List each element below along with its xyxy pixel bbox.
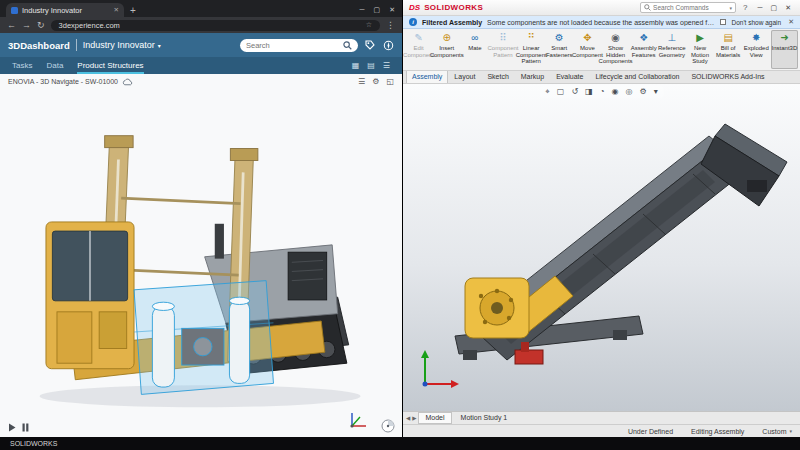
compass-icon[interactable] [382, 39, 394, 51]
zoom-area-icon[interactable]: ▢ [557, 87, 565, 97]
search-input[interactable] [246, 41, 340, 50]
ribbon-assembly-features-button[interactable]: ❖Assembly Features [630, 30, 657, 69]
component-pattern-icon: ⠿ [499, 32, 506, 44]
nav-tab-data[interactable]: Data [46, 57, 63, 74]
cm-tab-sketch[interactable]: Sketch [481, 71, 514, 83]
view-settings-icon[interactable]: ▾ [654, 87, 658, 97]
dont-show-again-label: Don't show again [731, 19, 781, 26]
sw-graphics-area[interactable]: ⌖▢↺◨◔◉◎⚙▾ [403, 84, 800, 411]
expand-icon[interactable]: ◱ [386, 77, 394, 86]
close-icon[interactable]: ✕ [785, 4, 791, 12]
view-orientation-icon[interactable]: ◔ [600, 87, 605, 97]
ribbon-instant3d-label: Instant3D [771, 44, 799, 52]
cm-tab-solidworks-add-ins[interactable]: SOLIDWORKS Add-Ins [685, 71, 770, 83]
brand-3ddashboard[interactable]: 3DDashboard [8, 40, 70, 51]
ribbon-linear-component-pattern-button[interactable]: ⠛Linear Component Pattern [518, 30, 545, 69]
bookmark-star-icon[interactable]: ☆ [366, 21, 372, 29]
ribbon-insert-components-button[interactable]: ⊕Insert Components [433, 30, 460, 69]
cm-tab-layout[interactable]: Layout [448, 71, 481, 83]
mate-icon: ∞ [471, 32, 478, 44]
cloud-icon [122, 78, 133, 86]
tabs-scroll-left-icon[interactable]: ◀ [406, 415, 410, 421]
list-icon[interactable]: ☰ [358, 77, 365, 86]
chevron-down-icon: ▾ [789, 428, 792, 434]
play-icon[interactable] [8, 423, 16, 432]
grid-view-icon[interactable]: ▦ [352, 61, 360, 70]
dashboard-title[interactable]: Industry Innovator ▾ [83, 40, 161, 50]
ribbon-mate-button[interactable]: ∞Mate [461, 30, 488, 69]
settings-icon[interactable]: ⚙ [372, 77, 379, 86]
browser-window-controls: ─ ▢ ✕ [360, 6, 402, 17]
tab-title: Industry Innovator [22, 6, 110, 15]
chevron-down-icon[interactable]: ▾ [730, 5, 733, 11]
ribbon-linear-component-pattern-label: Linear Component Pattern [515, 44, 548, 64]
sw-command-search[interactable]: ▾ [640, 2, 736, 13]
dashboard-search[interactable] [240, 39, 358, 52]
solidworks-window: DS SOLIDWORKS ▾ ? ─ ▢ ✕ i Filtered Assem… [403, 0, 800, 437]
tab-close-icon[interactable]: ✕ [114, 6, 119, 14]
help-icon[interactable]: ? [743, 3, 747, 12]
maximize-icon[interactable]: ▢ [771, 4, 778, 12]
notice-close-icon[interactable]: ✕ [788, 18, 794, 26]
previous-view-icon[interactable]: ↺ [571, 87, 578, 97]
cm-tab-markup[interactable]: Markup [515, 71, 550, 83]
ribbon-instant3d-button[interactable]: ➜Instant3D [771, 30, 798, 69]
browser-window: Industry Innovator ✕ + ─ ▢ ✕ ← → ↻ 3dexp… [0, 0, 403, 437]
forward-icon[interactable]: → [22, 20, 31, 30]
browser-tab[interactable]: Industry Innovator ✕ [6, 3, 124, 17]
boom-assembly-3d-model[interactable] [403, 84, 800, 411]
rig-cab[interactable] [46, 222, 134, 369]
minimize-icon[interactable]: ─ [360, 6, 365, 14]
cm-tab-lifecycle-and-collaboration[interactable]: Lifecycle and Collaboration [589, 71, 685, 83]
search-icon [644, 4, 651, 11]
taskbar[interactable]: SOLIDWORKS [0, 437, 800, 450]
hide-show-icon[interactable]: ◎ [626, 87, 633, 97]
reference-geometry-icon: ⊥ [667, 32, 676, 44]
display-style-icon[interactable]: ◉ [612, 87, 619, 97]
pause-icon[interactable] [22, 423, 29, 432]
ribbon-reference-geometry-button[interactable]: ⊥Reference Geometry [658, 30, 685, 69]
tag-icon[interactable] [364, 39, 376, 51]
command-manager-tabs: AssemblyLayoutSketchMarkupEvaluateLifecy… [403, 71, 800, 84]
section-view-icon[interactable]: ◨ [585, 87, 593, 97]
cm-tab-assembly[interactable]: Assembly [406, 71, 448, 83]
reload-icon[interactable]: ↻ [37, 20, 45, 30]
drill-rig-3d-model[interactable] [0, 88, 402, 421]
view-compass-icon[interactable] [381, 419, 395, 433]
board-view-icon[interactable]: ▤ [367, 61, 375, 70]
close-icon[interactable]: ✕ [389, 6, 395, 14]
new-tab-button[interactable]: + [130, 5, 136, 16]
chevron-down-icon: ▾ [158, 42, 161, 49]
smart-fasteners-icon: ⚙ [555, 32, 564, 44]
ribbon-show-hidden-components-button[interactable]: ◉Show Hidden Components [602, 30, 629, 69]
ribbon-bill-of-materials-button[interactable]: ▤Bill of Materials [715, 30, 742, 69]
doc-tab-motion-study-1[interactable]: Motion Study 1 [454, 412, 515, 424]
cm-tab-evaluate[interactable]: Evaluate [550, 71, 589, 83]
appearance-icon[interactable]: ⚙ [639, 87, 646, 97]
dashboard-nav-icons: ▦▤☰ [352, 61, 390, 70]
notice-title: Filtered Assembly [422, 19, 482, 26]
minimize-icon[interactable]: ─ [758, 4, 763, 12]
list-view-icon[interactable]: ☰ [383, 61, 390, 70]
search-icon[interactable] [343, 41, 352, 50]
linear-component-pattern-icon: ⠛ [527, 32, 534, 44]
doc-tab-model[interactable]: Model [418, 412, 451, 424]
ribbon-smart-fasteners-button[interactable]: ⚙Smart Fasteners [546, 30, 573, 69]
tabs-scroll-right-icon[interactable]: ▶ [412, 415, 416, 421]
url-bar[interactable]: 3dexperience.com ☆ [51, 20, 380, 31]
status-units-selector[interactable]: Custom ▾ [762, 428, 792, 435]
nav-tab-product-structures[interactable]: Product Structures [77, 57, 143, 74]
ribbon-new-motion-study-button[interactable]: ▶New Motion Study [686, 30, 713, 69]
browser-menu-icon[interactable]: ⋮ [386, 20, 395, 30]
rig-selected-assembly[interactable] [134, 281, 273, 395]
sw-search-input[interactable] [653, 4, 727, 11]
maximize-icon[interactable]: ▢ [374, 6, 381, 14]
nav-tab-tasks[interactable]: Tasks [12, 57, 32, 74]
ribbon-exploded-view-button[interactable]: ✸Exploded View [743, 30, 770, 69]
desktop-screen: Industry Innovator ✕ + ─ ▢ ✕ ← → ↻ 3dexp… [0, 0, 800, 450]
back-icon[interactable]: ← [7, 20, 16, 30]
zoom-fit-icon[interactable]: ⌖ [545, 87, 550, 97]
ribbon-bill-of-materials-label: Bill of Materials [715, 44, 742, 58]
dont-show-again-checkbox[interactable] [720, 19, 726, 25]
ribbon-component-pattern-label: Component Pattern [486, 44, 519, 58]
